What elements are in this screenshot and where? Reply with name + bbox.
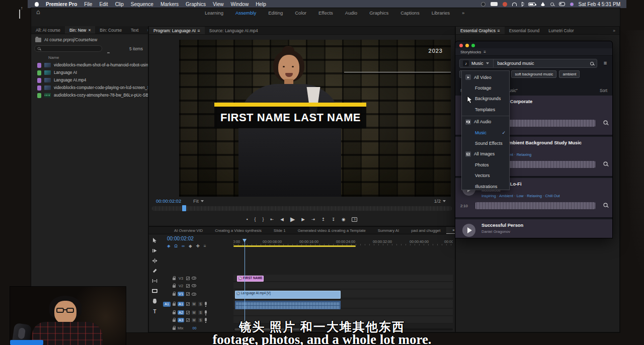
mute-button[interactable]: M (192, 302, 196, 306)
project-item[interactable]: Language AI.mp4 (31, 76, 148, 84)
workspace-graphics[interactable]: Graphics (369, 10, 388, 16)
menubar-clock[interactable]: Sat Feb 4 5:31 PM (579, 2, 620, 7)
track-label[interactable]: V3 (178, 276, 184, 281)
tab-bin-course[interactable]: Bin: Course (95, 28, 126, 33)
label-chip[interactable] (37, 70, 41, 75)
lift-button[interactable]: ↥ (321, 217, 325, 222)
solo-button[interactable]: S (198, 310, 203, 315)
tab-text[interactable]: Text (126, 28, 143, 33)
mark-out-button[interactable]: } (262, 217, 264, 222)
menu-item-illustrations[interactable]: Illustrations (462, 181, 509, 192)
nest-toggle-icon[interactable]: ◈ (167, 243, 171, 248)
project-item[interactable]: audioblocks-cozy-atmosphere-78-bw_B6Lv-p… (31, 92, 148, 99)
menu-graphics[interactable]: Graphics (186, 2, 206, 7)
waveform[interactable] (475, 202, 595, 209)
sequence-tab[interactable]: Generated video & creating a Template (292, 228, 372, 233)
wifi-icon[interactable] (540, 2, 545, 6)
menu-markers[interactable]: Markers (160, 2, 179, 7)
panel-overflow-icon[interactable]: » (143, 28, 148, 33)
result-row[interactable]: Successful Person Daniel Gragonov (455, 219, 612, 238)
menu-window[interactable]: Window (231, 2, 249, 7)
workspace-editing[interactable]: Editing (268, 10, 283, 16)
video-clip-language-ai[interactable]: fxLanguage AI.mp4 [V] (235, 291, 341, 299)
timeline-timecode[interactable]: 00:00:02:02 (167, 236, 194, 241)
menu-item-music[interactable]: Music✓ (462, 127, 509, 138)
menu-item-all-audio[interactable]: All Audio (462, 117, 509, 127)
lock-icon[interactable] (173, 303, 176, 306)
control-center-icon[interactable] (559, 2, 565, 6)
spotlight-icon[interactable] (550, 3, 554, 6)
track-label[interactable]: V1 (178, 292, 184, 296)
chevron-down-icon[interactable] (486, 62, 489, 64)
sequence-tab[interactable]: Slide 1 (268, 228, 292, 233)
export-frame-button[interactable]: ◉ (342, 217, 345, 222)
find-similar-icon[interactable] (603, 120, 607, 124)
panel-menu-icon[interactable]: ≡ (484, 50, 486, 54)
selection-tool-icon[interactable] (152, 238, 157, 243)
track-label[interactable]: A2 (178, 310, 184, 315)
sequence-tab[interactable]: Summary AI (372, 228, 405, 233)
hand-tool-icon[interactable] (152, 298, 157, 304)
project-item[interactable]: videoblocks-medium-shot-of-a-humanoid-ro… (31, 61, 148, 69)
sync-lock-icon[interactable] (186, 302, 190, 306)
label-chip[interactable] (37, 63, 41, 68)
label-chip[interactable] (37, 85, 41, 91)
sync-lock-icon[interactable] (186, 284, 190, 288)
share-icon[interactable] (19, 10, 20, 19)
find-similar-icon[interactable] (603, 161, 607, 165)
suggestion-tag[interactable]: soft background music (511, 70, 556, 78)
home-icon[interactable]: ⌂ (36, 8, 40, 16)
workspace-overflow[interactable]: » (462, 10, 464, 16)
lock-icon[interactable] (173, 312, 176, 314)
slip-tool-icon[interactable] (152, 278, 157, 284)
eye-icon[interactable] (192, 277, 196, 280)
go-to-in-button[interactable]: ⇤ (270, 217, 274, 222)
menu-item-all-video[interactable]: All Video (462, 72, 509, 82)
search-input[interactable]: background music (498, 61, 588, 66)
menubar-app-name[interactable]: Premiere Pro (46, 2, 77, 7)
storyblocks-tab[interactable]: Storyblocks ≡ (455, 48, 612, 56)
sequence-tab-active[interactable]: ×Language AI (446, 227, 455, 234)
menu-edit[interactable]: Edit (99, 2, 108, 7)
go-to-out-button[interactable]: ⇥ (311, 217, 315, 222)
media-type-dropdown[interactable]: Music (471, 61, 484, 66)
label-chip[interactable] (37, 93, 41, 98)
tab-lumetri-color[interactable]: Lumetri Color (544, 28, 578, 33)
timeline-playhead[interactable] (245, 239, 245, 331)
workspace-captions[interactable]: Captions (400, 10, 420, 16)
zoom-window-icon[interactable] (471, 44, 475, 47)
minimize-window-icon[interactable] (465, 44, 469, 47)
workspace-libraries[interactable]: Libraries (432, 10, 450, 16)
solo-button[interactable]: S (198, 302, 203, 306)
menu-sequence[interactable]: Sequence (131, 2, 153, 7)
workspace-effects[interactable]: Effects (318, 10, 333, 16)
battery-icon[interactable] (528, 3, 535, 6)
menu-clip[interactable]: Clip (115, 2, 124, 7)
monitor-scrubber[interactable] (152, 206, 452, 211)
hamburger-menu-icon[interactable]: ≡ (600, 60, 610, 68)
search-icon[interactable] (590, 62, 594, 65)
menu-item-sound-effects[interactable]: Sound Effects (462, 138, 509, 148)
sort-dropdown[interactable]: Sort (600, 89, 607, 93)
tab-essential-sound[interactable]: Essential Sound (505, 28, 544, 33)
track-label[interactable]: A1 (178, 302, 184, 306)
mic-icon[interactable] (205, 302, 207, 305)
snap-icon[interactable]: Ω (175, 243, 178, 248)
close-window-icon[interactable] (459, 44, 463, 47)
panel-menu-icon[interactable]: ≡ (498, 28, 500, 33)
marker-icon[interactable]: ◆ (189, 243, 192, 248)
timeline-ruler[interactable]: 00:00 00:00:08:00 00:00:16:00 00:00:24:0… (233, 239, 453, 245)
bluetooth-icon[interactable] (522, 2, 523, 7)
tab-essential-graphics[interactable]: Essential Graphics≡ (456, 27, 505, 34)
sequence-tab[interactable]: AI Overview VID (168, 228, 209, 233)
scrubber-playhead[interactable] (182, 205, 186, 211)
menu-item-vectors[interactable]: Vectors (462, 170, 509, 181)
suggestion-tag[interactable]: ambient (559, 70, 580, 78)
label-chip[interactable] (37, 78, 41, 83)
workspace-audio[interactable]: Audio (345, 10, 357, 16)
keyboard-icon[interactable] (491, 2, 498, 6)
button-editor-button[interactable]: 3 (352, 217, 357, 222)
sequence-tab[interactable]: Creating a Video synthesis (209, 228, 268, 233)
zoom-level-dropdown[interactable]: Fit (193, 198, 204, 204)
menu-file[interactable]: File (84, 2, 92, 7)
